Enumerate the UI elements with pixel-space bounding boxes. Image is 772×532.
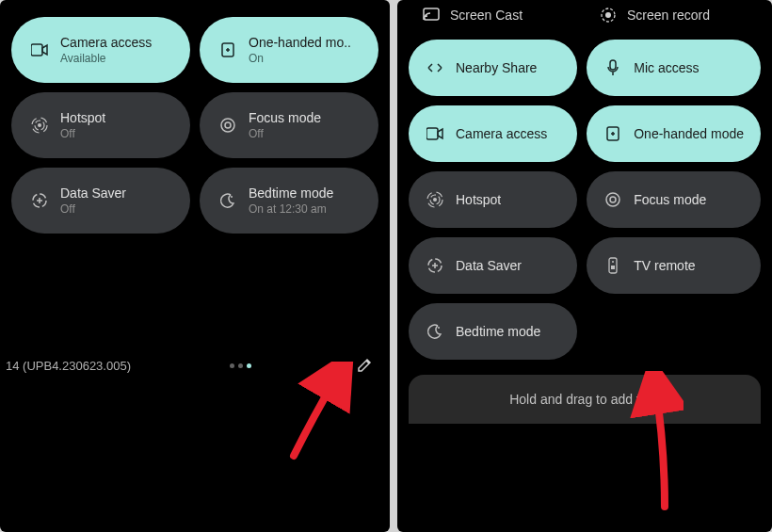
tile-bedtime-mode[interactable]: Bedtime mode On at 12:30 am (200, 168, 378, 234)
bedtime-icon (426, 322, 444, 341)
tile-status: Available (60, 52, 152, 65)
svg-point-6 (225, 122, 231, 128)
dot (230, 363, 234, 368)
svg-point-5 (221, 119, 234, 132)
tile-label: One-handed mo.. (249, 35, 351, 50)
header-screen-record[interactable]: Screen record (589, 0, 757, 30)
tile-label: Camera access (456, 126, 547, 141)
tile-one-handed-mode-r[interactable]: One-handed mode (587, 105, 761, 162)
tile-focus-mode-r[interactable]: Focus mode (587, 171, 761, 228)
tile-label: Focus mode (634, 192, 706, 207)
page-indicator[interactable] (230, 363, 251, 368)
tile-focus-mode[interactable]: Focus mode Off (200, 92, 378, 158)
nearby-icon (426, 58, 444, 77)
tile-label: Hotspot (60, 110, 105, 125)
svg-point-25 (438, 327, 440, 329)
tile-one-handed-mode[interactable]: One-handed mo.. On (200, 17, 378, 83)
tile-label: Focus mode (249, 110, 321, 125)
tile-status: On at 12:30 am (249, 202, 333, 216)
focus-icon (603, 190, 622, 209)
tile-label: Data Saver (60, 185, 126, 201)
svg-rect-13 (610, 60, 616, 70)
record-icon (599, 6, 618, 24)
svg-rect-14 (426, 128, 438, 139)
hotspot-icon (426, 190, 444, 209)
camera-icon (426, 124, 444, 143)
bedtime-icon (218, 191, 237, 210)
tile-hotspot-r[interactable]: Hotspot (409, 171, 577, 228)
version-text: 14 (UPB4.230623.005) (6, 359, 131, 373)
header-label: Screen Cast (450, 8, 523, 23)
tile-data-saver[interactable]: Data Saver Off (11, 168, 190, 234)
tile-camera-access-r[interactable]: Camera access (409, 105, 577, 162)
tile-label: Nearby Share (456, 60, 537, 75)
svg-point-8 (231, 196, 233, 198)
tile-camera-access[interactable]: Camera access Available (11, 17, 190, 83)
quick-settings-panel-right: Screen Cast Screen record Nearby Share (397, 0, 772, 532)
tile-status: Off (249, 127, 321, 140)
svg-point-16 (433, 198, 437, 202)
tile-tv-remote[interactable]: TV remote (587, 237, 761, 294)
svg-point-19 (606, 193, 619, 206)
focus-icon (218, 116, 237, 135)
onehanded-icon (603, 124, 622, 143)
tile-label: Bedtime mode (456, 324, 540, 339)
svg-point-10 (424, 18, 426, 20)
edit-button[interactable] (350, 351, 378, 379)
dot (238, 363, 243, 368)
tile-bedtime-mode-r[interactable]: Bedtime mode (409, 303, 577, 360)
header-label: Screen record (627, 8, 710, 23)
dot-active (247, 363, 251, 368)
tile-nearby-share[interactable]: Nearby Share (409, 40, 577, 96)
tile-label: Data Saver (456, 258, 522, 273)
tile-status: Off (60, 127, 105, 140)
tile-label: One-handed mode (634, 126, 744, 141)
datasaver-icon (30, 191, 49, 210)
svg-point-12 (605, 12, 611, 18)
add-tiles-hint[interactable]: Hold and drag to add tiles (409, 375, 761, 424)
tile-data-saver-r[interactable]: Data Saver (409, 237, 577, 294)
svg-rect-24 (611, 266, 615, 269)
quick-settings-panel-left: Camera access Available One-handed mo.. … (0, 0, 390, 532)
onehanded-icon (218, 40, 237, 59)
tile-label: TV remote (634, 258, 695, 273)
camera-icon (30, 40, 49, 59)
cast-icon (422, 6, 441, 24)
tvremote-icon (603, 256, 622, 275)
svg-point-20 (610, 197, 616, 202)
mic-icon (603, 58, 622, 77)
hotspot-icon (30, 116, 49, 135)
tile-status: On (249, 52, 351, 65)
panel-footer: 14 (UPB4.230623.005) (6, 351, 378, 379)
tile-label: Camera access (60, 35, 152, 50)
svg-point-23 (612, 261, 614, 263)
datasaver-icon (426, 256, 444, 275)
svg-point-2 (38, 123, 41, 127)
svg-rect-0 (31, 44, 42, 56)
tile-mic-access[interactable]: Mic access (587, 40, 761, 96)
pencil-icon (357, 358, 372, 373)
hint-text: Hold and drag to add tiles (509, 392, 660, 407)
tile-hotspot[interactable]: Hotspot Off (11, 92, 190, 158)
tile-label: Hotspot (456, 192, 501, 207)
tile-label: Mic access (634, 60, 699, 75)
tile-status: Off (60, 202, 126, 216)
header-screen-cast[interactable]: Screen Cast (412, 0, 580, 30)
tile-label: Bedtime mode (249, 185, 333, 201)
